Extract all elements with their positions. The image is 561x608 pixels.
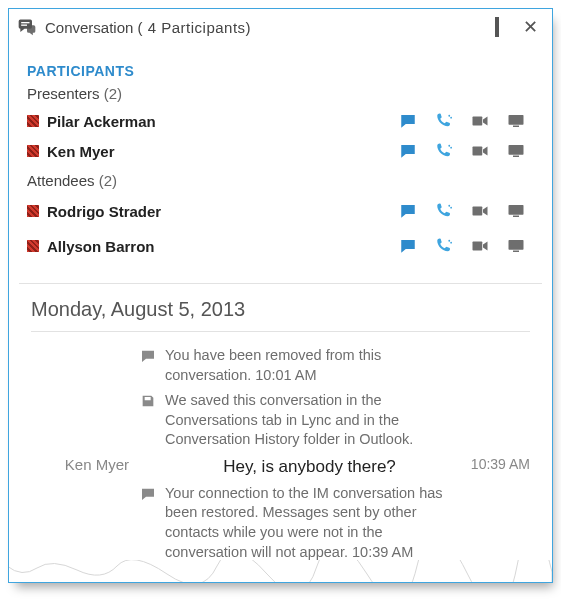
svg-rect-19 — [473, 242, 483, 251]
participant-name: Ken Myer — [47, 143, 115, 160]
svg-point-12 — [448, 205, 450, 207]
svg-point-2 — [448, 115, 450, 117]
svg-rect-21 — [513, 251, 519, 253]
svg-point-8 — [450, 147, 452, 149]
presence-indicator — [27, 205, 39, 217]
title-prefix: Conversation — [45, 19, 133, 36]
participant-name: Allyson Barron — [47, 238, 155, 255]
participant-actions — [398, 237, 534, 255]
participant-row[interactable]: Rodrigo Strader — [27, 193, 534, 229]
group-count: (2) — [104, 85, 122, 102]
svg-rect-0 — [21, 22, 29, 23]
svg-rect-6 — [513, 126, 519, 128]
phone-icon[interactable] — [434, 142, 454, 160]
phone-icon[interactable] — [434, 202, 454, 220]
system-message-row: We saved this conversation in the Conver… — [31, 391, 530, 450]
conversation-app-icon — [17, 17, 37, 37]
svg-rect-4 — [473, 117, 483, 126]
group-name: Presenters — [27, 85, 100, 102]
minimize-button[interactable] — [467, 25, 475, 29]
group-attendees-label[interactable]: Attendees (2) — [27, 172, 534, 189]
phone-icon[interactable] — [434, 112, 454, 130]
conversation-window: Conversation ( 4 Participants) ✕ PARTICI… — [8, 8, 553, 583]
video-icon[interactable] — [470, 237, 490, 255]
svg-rect-1 — [21, 25, 27, 26]
message-time: 10:39 AM — [460, 456, 530, 472]
message-text: Hey, is anybody there? — [165, 456, 454, 478]
participant-row[interactable]: Ken Myer — [27, 136, 534, 166]
conversation-date: Monday, August 5, 2013 — [31, 298, 530, 321]
save-icon — [137, 391, 159, 409]
titlebar: Conversation ( 4 Participants) ✕ — [9, 9, 552, 45]
close-button[interactable]: ✕ — [519, 19, 542, 35]
svg-point-17 — [448, 240, 450, 242]
participant-name: Pilar Ackerman — [47, 113, 156, 130]
system-message-text: We saved this conversation in the Conver… — [165, 391, 454, 450]
window-controls: ✕ — [467, 17, 542, 37]
svg-rect-10 — [509, 145, 524, 155]
system-message-text: You have been removed from this conversa… — [165, 346, 454, 385]
svg-rect-20 — [509, 240, 524, 250]
present-icon[interactable] — [506, 112, 526, 130]
chat-icon — [137, 484, 159, 502]
participants-panel: PARTICIPANTS Presenters (2) Pilar Ackerm… — [9, 45, 552, 263]
phone-icon[interactable] — [434, 237, 454, 255]
svg-rect-9 — [473, 147, 483, 156]
presence-indicator — [27, 115, 39, 127]
present-icon[interactable] — [506, 237, 526, 255]
svg-rect-16 — [513, 216, 519, 218]
attendees-list: Rodrigo Strader Allyson Barron — [27, 193, 534, 263]
video-icon[interactable] — [470, 142, 490, 160]
svg-point-13 — [450, 207, 452, 209]
participant-actions — [398, 202, 534, 220]
group-count: (2) — [99, 172, 117, 189]
chat-icon — [137, 346, 159, 364]
video-icon[interactable] — [470, 112, 490, 130]
im-icon[interactable] — [398, 202, 418, 220]
im-icon[interactable] — [398, 142, 418, 160]
svg-point-3 — [450, 117, 452, 119]
svg-rect-11 — [513, 156, 519, 158]
window-title: Conversation ( 4 Participants) — [45, 19, 251, 36]
system-message-text: Your connection to the IM conversation h… — [165, 484, 454, 562]
presenters-list: Pilar Ackerman Ken Myer — [27, 106, 534, 166]
participant-actions — [398, 142, 534, 160]
svg-point-7 — [448, 145, 450, 147]
participant-row[interactable]: Pilar Ackerman — [27, 106, 534, 136]
conversation-pane: Monday, August 5, 2013 You have been rem… — [9, 284, 552, 562]
group-name: Attendees — [27, 172, 95, 189]
im-icon[interactable] — [398, 112, 418, 130]
participant-row[interactable]: Allyson Barron — [27, 229, 534, 263]
svg-rect-14 — [473, 207, 483, 216]
presence-indicator — [27, 145, 39, 157]
svg-point-18 — [450, 242, 452, 244]
maximize-button[interactable] — [491, 17, 503, 37]
system-message-row: You have been removed from this conversa… — [31, 346, 530, 385]
group-presenters-label[interactable]: Presenters (2) — [27, 85, 534, 102]
video-icon[interactable] — [470, 202, 490, 220]
svg-rect-5 — [509, 115, 524, 125]
torn-edge-decoration — [8, 560, 552, 583]
message-row: Ken Myer Hey, is anybody there? 10:39 AM — [31, 456, 530, 478]
participant-actions — [398, 112, 534, 130]
svg-rect-15 — [509, 205, 524, 215]
system-message-row: Your connection to the IM conversation h… — [31, 484, 530, 562]
present-icon[interactable] — [506, 142, 526, 160]
im-icon[interactable] — [398, 237, 418, 255]
presence-indicator — [27, 240, 39, 252]
participant-name: Rodrigo Strader — [47, 203, 161, 220]
message-sender: Ken Myer — [31, 456, 131, 473]
present-icon[interactable] — [506, 202, 526, 220]
participants-heading: PARTICIPANTS — [27, 63, 534, 79]
divider — [31, 331, 530, 332]
title-participants-count: ( 4 Participants) — [138, 19, 252, 36]
